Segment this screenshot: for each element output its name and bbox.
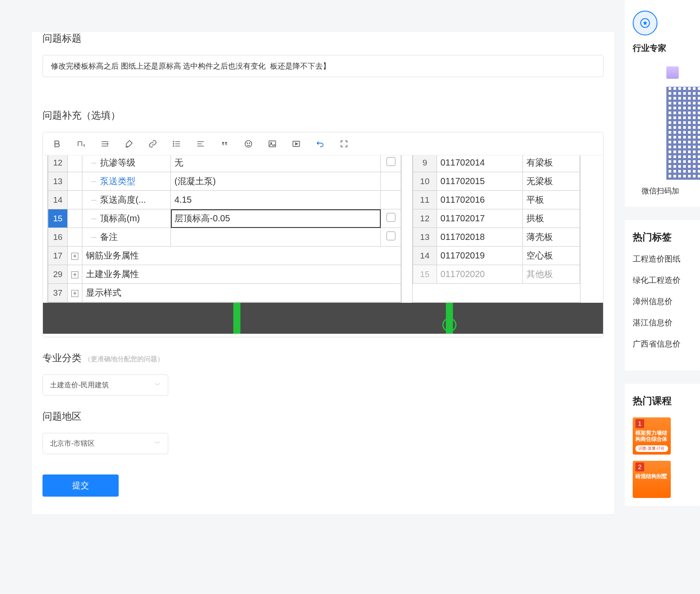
tag-link[interactable]: 工程造价图纸: [633, 254, 700, 264]
row-number: 15: [413, 265, 437, 284]
paragraph-icon[interactable]: [195, 139, 206, 149]
item-label: 薄壳板: [522, 228, 580, 247]
course-rank: 2: [635, 463, 644, 471]
row-number: 11: [413, 191, 437, 209]
tag-link[interactable]: 湛江信息价: [633, 317, 700, 328]
prop-name: 备注: [82, 228, 171, 247]
svg-point-1: [173, 143, 174, 144]
link-icon[interactable]: [147, 139, 158, 149]
category-label: 专业分类（更准确地分配您的问题）: [43, 351, 603, 365]
category-select[interactable]: 土建造价-民用建筑 ﹀: [43, 374, 168, 396]
rich-editor: 12抗渗等级无13泵送类型(混凝土泵)14泵送高度(...4.1515顶标高(m…: [43, 132, 603, 337]
embedded-dark-strip: 2: [43, 303, 603, 334]
expert-avatar[interactable]: [666, 66, 679, 79]
embedded-right-table: 9011702014有梁板10011702015无梁板11011702016平板…: [412, 155, 580, 303]
bold-icon[interactable]: [52, 139, 62, 149]
prop-name: 泵送类型: [82, 172, 171, 191]
region-value: 北京市-市辖区: [50, 439, 95, 448]
prop-name: 泵送高度(...: [82, 191, 171, 209]
fullscreen-icon[interactable]: [339, 139, 349, 149]
sidebar: 行业专家 微信扫码加 热门标签 工程造价图纸绿化工程造价漳州信息价湛江信息价广西…: [625, 0, 700, 519]
courses-block: 热门课程 1框架剪力墙结构商住综合体识图·算量·计价2砖混结构别墅: [625, 384, 700, 506]
row-number: 12: [48, 155, 68, 172]
qr-code-icon: [666, 87, 700, 180]
row-number: 9: [413, 155, 437, 172]
expert-block: 行业专家 微信扫码加: [625, 0, 700, 207]
highlight-icon[interactable]: [124, 139, 134, 149]
editor-toolbar: [43, 132, 603, 155]
row-number: 12: [413, 209, 437, 228]
item-label: 无梁板: [522, 172, 580, 191]
category-value: 土建造价-民用建筑: [50, 381, 109, 390]
heading-icon[interactable]: [76, 139, 86, 149]
checkbox: [381, 172, 401, 191]
row-number: 37: [48, 284, 68, 302]
title-label: 问题标题: [43, 32, 603, 45]
row-number: 16: [48, 228, 68, 247]
checkbox: [381, 191, 401, 209]
expand-icon: +: [68, 265, 82, 284]
region-label: 问题地区: [43, 410, 603, 423]
prop-name: 抗渗等级: [82, 155, 171, 172]
svg-point-0: [173, 141, 174, 142]
prop-name: 顶标高(m): [82, 209, 171, 228]
item-label: 其他板: [522, 265, 580, 284]
tag-link[interactable]: 广西省信息价: [633, 339, 700, 349]
prop-value: [171, 228, 381, 247]
checkbox: [381, 155, 401, 172]
region-select[interactable]: 北京市-市辖区 ﹀: [43, 433, 168, 454]
prop-value: 4.15: [171, 191, 381, 209]
align-icon[interactable]: [100, 139, 110, 149]
svg-rect-6: [269, 141, 276, 147]
tag-link[interactable]: 漳州信息价: [633, 296, 700, 307]
tag-link[interactable]: 绿化工程造价: [633, 275, 700, 285]
row-number: 14: [48, 191, 68, 209]
embedded-left-table: 12抗渗等级无13泵送类型(混凝土泵)14泵送高度(...4.1515顶标高(m…: [47, 155, 402, 303]
item-code: 011702014: [437, 155, 522, 172]
badge-number: 2: [442, 318, 456, 332]
svg-point-4: [247, 143, 248, 143]
emoji-icon[interactable]: [243, 139, 254, 149]
row-number: 10: [413, 172, 437, 191]
undo-icon[interactable]: [315, 139, 325, 149]
svg-point-2: [173, 146, 174, 147]
group-name: 土建业务属性: [82, 265, 401, 284]
item-code: 011702020: [437, 265, 522, 284]
courses-title: 热门课程: [633, 394, 700, 408]
course-card[interactable]: 1框架剪力墙结构商住综合体识图·算量·计价: [633, 417, 671, 455]
list-icon[interactable]: [171, 139, 182, 149]
editor-content[interactable]: 12抗渗等级无13泵送类型(混凝土泵)14泵送高度(...4.1515顶标高(m…: [43, 155, 603, 337]
row-number: 29: [48, 265, 68, 284]
group-name: 钢筋业务属性: [82, 247, 401, 265]
item-label: 平板: [522, 191, 580, 209]
image-icon[interactable]: [267, 139, 278, 149]
question-title-input[interactable]: [43, 55, 603, 77]
qr-caption: 微信扫码加: [642, 186, 700, 196]
item-code: 011702015: [437, 172, 522, 191]
row-number: 13: [48, 172, 68, 191]
row-number: 13: [413, 228, 437, 247]
item-label: 拱板: [522, 209, 580, 228]
submit-button[interactable]: 提交: [43, 474, 119, 497]
item-code: 011702018: [437, 228, 522, 247]
expert-title: 行业专家: [633, 42, 700, 54]
tags-title: 热门标签: [633, 231, 700, 244]
svg-point-3: [245, 140, 252, 147]
item-label: 空心板: [522, 247, 580, 265]
course-sub: 识图·算量·计价: [635, 445, 668, 452]
chevron-down-icon: ﹀: [155, 440, 161, 447]
video-icon[interactable]: [291, 139, 302, 149]
course-card[interactable]: 2砖混结构别墅: [633, 461, 671, 498]
row-number: 15: [48, 209, 68, 228]
course-title: 框架剪力墙结构商住综合体: [635, 430, 668, 443]
prop-value: 无: [171, 155, 381, 172]
supplement-label: 问题补充（选填）: [43, 109, 603, 122]
prop-value: 层顶标高-0.05: [171, 209, 381, 228]
course-title: 砖混结构别墅: [635, 473, 668, 479]
prop-value: (混凝土泵): [171, 172, 381, 191]
quote-icon[interactable]: [219, 139, 230, 149]
star-icon: [633, 11, 657, 35]
row-number: 17: [48, 247, 68, 265]
chevron-down-icon: ﹀: [155, 381, 161, 389]
group-name: 显示样式: [82, 284, 401, 302]
